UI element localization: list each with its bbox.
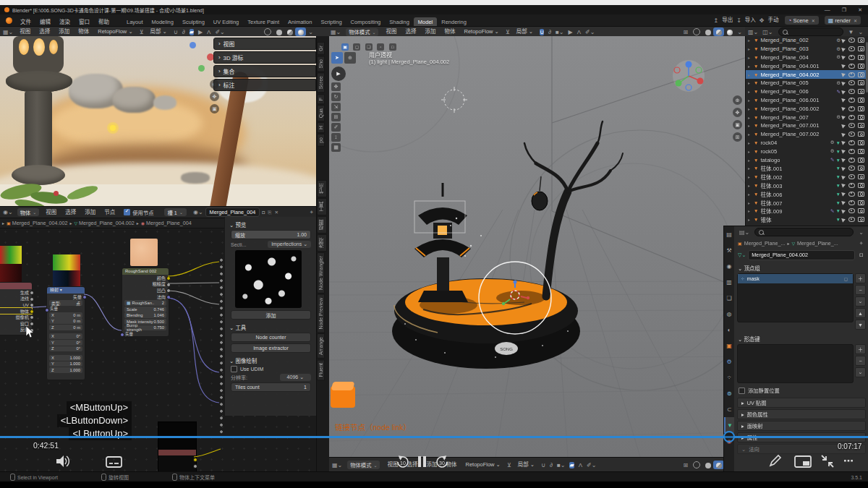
rendered-preview-viewport[interactable]: ⊕ ✥ ▣ ›视图›3D 游标›集合›标注 <box>0 36 316 206</box>
snap-magnet-icon[interactable]: ∪ <box>541 462 545 468</box>
visibility-toggle-icon[interactable] <box>848 98 855 103</box>
sidebar-tab-Gr[interactable]: Gr <box>317 42 325 55</box>
sidebar-tab-工具[interactable]: 工具 <box>317 198 327 215</box>
rotate-tool[interactable]: ↻ <box>331 93 341 101</box>
particles-tab[interactable]: ⁘ <box>724 369 734 385</box>
outliner-row[interactable]: ▸▼Merged_Plane_005⚙ <box>746 79 868 87</box>
zoom-icon[interactable]: ⊕ <box>733 95 742 105</box>
exit-fullscreen-button[interactable] <box>820 454 835 468</box>
visibility-toggle-icon[interactable] <box>848 158 855 163</box>
render-visibility-icon[interactable] <box>858 132 864 137</box>
outliner-row[interactable]: ▸▼Merged_Plane_007.001 <box>746 121 868 130</box>
sidebar-tab-H[interactable]: H <box>317 122 325 133</box>
vertex-group-specials-button[interactable]: ⌄ <box>855 296 866 307</box>
outliner-row[interactable]: ▸▼Merged_Plane_004.002 <box>746 70 868 79</box>
filter-icon[interactable]: ▼ <box>848 29 854 35</box>
outliner-row[interactable]: ▸▼Merged_Plane_007⚙ <box>746 113 868 121</box>
sidebar-tab-选项[interactable]: 选项 <box>317 234 327 252</box>
close-button[interactable]: ✕ <box>858 7 862 13</box>
shading-solid-button[interactable] <box>702 461 713 468</box>
selectable-toggle-icon[interactable] <box>841 140 846 145</box>
rewind-10-button[interactable]: 10 <box>395 454 411 470</box>
snap-toggle-icon[interactable]: ▰ <box>569 462 574 468</box>
pan-hand-icon[interactable]: ✥ <box>733 108 742 117</box>
orientation-dropdown[interactable]: 局部 ⌄ <box>518 460 535 470</box>
subtitles-button[interactable] <box>106 456 123 468</box>
tool-tab[interactable]: ⚒ <box>724 242 734 258</box>
npanel-section-视图[interactable]: ›视图 <box>213 38 316 50</box>
panel-面映射[interactable]: ▸面映射 <box>737 421 866 431</box>
shading-solid-button[interactable] <box>702 27 713 35</box>
visibility-toggle-icon[interactable] <box>848 115 855 120</box>
visibility-toggle-icon[interactable] <box>848 72 855 77</box>
outliner-row[interactable]: ▸▼柱体.003▼ <box>746 181 868 190</box>
render-visibility-icon[interactable] <box>858 166 864 171</box>
paint-section-header[interactable]: ⌄ 图像绘制 <box>229 356 312 364</box>
shader-menu-节点[interactable]: 节点 <box>104 207 115 218</box>
editor-type-icon[interactable]: ▦⌄ <box>331 29 341 35</box>
annotate-tool[interactable]: ✐ <box>331 123 341 132</box>
visibility-toggle-icon[interactable] <box>848 200 855 205</box>
camera-view-icon[interactable]: ▣ <box>210 104 219 114</box>
outliner-options-icon[interactable]: ⌄ <box>858 29 863 35</box>
vertex-groups-header[interactable]: ⌄ 顶点组 <box>738 264 865 272</box>
pivot-icon[interactable]: ▶ <box>568 29 572 35</box>
proportional-edit-icon[interactable]: ∂ <box>550 462 553 468</box>
retopoflow-menu[interactable]: RetopoFlow ⌄ <box>98 27 132 37</box>
forward-30-button[interactable]: 30 <box>434 454 450 470</box>
move-tool[interactable]: ✥ <box>331 82 341 91</box>
expand-icon[interactable]: ▸ <box>748 149 754 154</box>
outliner-row[interactable]: ▸▼Merged_Plane_007.002 <box>746 130 868 139</box>
breadcrumb-mesh[interactable]: Merged_Plane_004.002 <box>79 220 135 226</box>
viewport-menu-选择[interactable]: 选择 <box>39 27 50 37</box>
expand-icon[interactable]: ▸ <box>748 140 754 145</box>
npanel-section-3D 游标[interactable]: ›3D 游标 <box>213 51 316 64</box>
shading-material-button[interactable] <box>284 27 295 35</box>
shading-dropdown-icon[interactable]: ⌄ <box>737 29 742 35</box>
selectable-toggle-icon[interactable] <box>841 166 846 171</box>
shading-rendered-button[interactable] <box>724 27 735 35</box>
visibility-toggle-icon[interactable] <box>848 192 855 197</box>
render-visibility-icon[interactable] <box>858 174 864 179</box>
import-button[interactable]: 导入 <box>745 15 756 25</box>
shader-menu-选择[interactable]: 选择 <box>65 207 76 218</box>
copy-icon[interactable]: ⎘ <box>268 210 271 215</box>
visibility-toggle-icon[interactable] <box>848 55 855 60</box>
editor-type-icon[interactable]: ▤⌄ <box>739 229 749 236</box>
xray-icon[interactable]: ⊞ <box>684 29 689 35</box>
outliner-row[interactable]: ▸▼tatalogo✎▼ <box>746 155 868 164</box>
use-nodes-checkbox[interactable] <box>124 209 130 215</box>
outliner-row[interactable]: ▸▼Merged_Plane_003⚙ <box>746 45 868 53</box>
node-counter-button[interactable]: Node counter <box>231 333 311 342</box>
properties-search-input[interactable] <box>754 228 854 236</box>
shading-wireframe-button[interactable] <box>690 461 702 469</box>
cursor-tool[interactable]: ⊕ <box>344 52 356 64</box>
render-visibility-icon[interactable] <box>858 123 864 128</box>
visibility-toggle-icon[interactable] <box>848 89 855 94</box>
selectable-toggle-icon[interactable] <box>841 200 846 205</box>
visibility-toggle-icon[interactable] <box>848 183 855 188</box>
viewport-menu-视图[interactable]: 视图 <box>386 27 396 37</box>
shading-wireframe-button[interactable] <box>261 27 273 36</box>
breadcrumb-object[interactable]: Merged_Plane_... <box>744 240 786 247</box>
breadcrumb-object[interactable]: Merged_Plane_004.002 <box>12 220 68 226</box>
sidebar-tab-Node Wrangler[interactable]: Node Wrangler <box>317 252 325 294</box>
outliner[interactable]: ▸▼Merged_Plane_002⚙▸▼Merged_Plane_003⚙▸▼… <box>745 36 868 226</box>
sidebar-tab-Fluent[interactable]: Fluent <box>317 359 325 380</box>
vertex-group-row[interactable]: ⁘ mask ◻ <box>738 274 853 283</box>
ortho-toggle-icon[interactable]: ⊞ <box>733 132 742 142</box>
visibility-toggle-icon[interactable] <box>848 132 855 137</box>
expand-icon[interactable]: ▸ <box>748 158 754 163</box>
outliner-search-input[interactable] <box>778 27 843 36</box>
viewport-menu-物体[interactable]: 物体 <box>444 27 455 37</box>
orange-cube-object[interactable] <box>331 382 355 408</box>
selectable-toggle-icon[interactable] <box>841 64 846 69</box>
visibility-toggle-icon[interactable] <box>848 64 855 69</box>
gizmo-icon[interactable]: Λ <box>207 29 210 35</box>
overlays-icon[interactable]: ✐⌄ <box>215 29 224 35</box>
render-visibility-icon[interactable] <box>858 64 864 69</box>
selectable-toggle-icon[interactable] <box>841 208 846 213</box>
selectable-toggle-icon[interactable] <box>841 183 846 188</box>
selectable-toggle-icon[interactable] <box>841 89 846 94</box>
shading-dropdown-icon[interactable]: ⌄ <box>308 29 313 35</box>
